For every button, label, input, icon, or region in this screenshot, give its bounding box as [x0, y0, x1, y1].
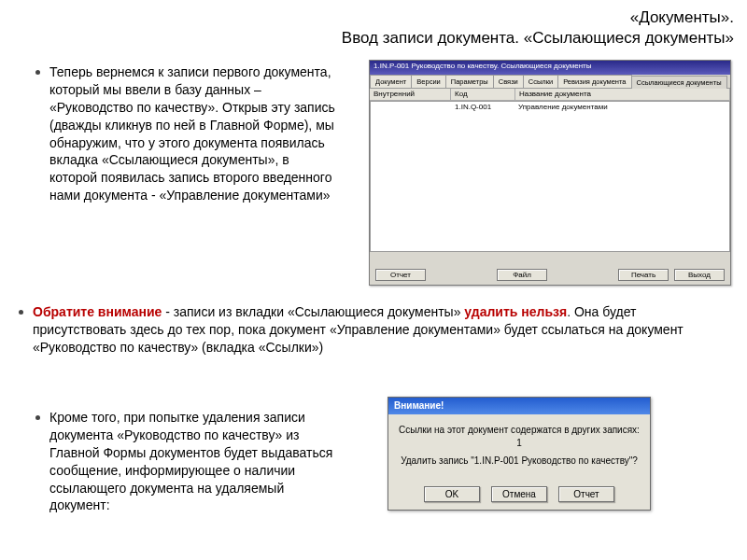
note-mid: - записи из вкладки «Ссылающиеся докумен… [162, 304, 464, 319]
tab-params[interactable]: Параметры [445, 75, 494, 88]
file-button[interactable]: Файл [497, 269, 547, 281]
note-attention: Обратите внимание [33, 304, 162, 319]
list-area[interactable]: 1.IN.Q-001 Управление документами [370, 101, 730, 252]
bullet-3: Кроме того, при попытке удаления записи … [35, 409, 344, 514]
row-name: Управление документами [514, 102, 729, 113]
tab-links[interactable]: Связи [493, 75, 524, 88]
bullet-note: Обратите внимание - записи из вкладки «С… [19, 303, 724, 357]
print-button[interactable]: Печать [618, 269, 669, 281]
bullet-1-text: Теперь вернемся к записи первого докумен… [49, 63, 339, 204]
demo-window: 1.IN.P-001 Руководство по качеству. Ссыл… [369, 60, 731, 286]
table-row[interactable]: 1.IN.Q-001 Управление документами [371, 102, 729, 113]
warning-dialog: Внимание! Ссылки на этот документ содерж… [388, 397, 651, 511]
tab-document[interactable]: Документ [370, 75, 412, 88]
dialog-body: Ссылки на этот документ содержатся в дру… [388, 414, 650, 477]
bullet-dot-icon [35, 70, 40, 75]
tab-referencing[interactable]: Ссылающиеся документы [631, 76, 727, 89]
tab-versions[interactable]: Версии [411, 75, 445, 88]
window-tabs: Документ Версии Параметры Связи Ссылки Р… [370, 75, 730, 89]
report-button[interactable]: Отчет [375, 269, 426, 281]
bullet-3-text: Кроме того, при попытке удаления записи … [49, 409, 344, 514]
col-name: Название документа [515, 89, 730, 100]
tab-refs[interactable]: Ссылки [523, 75, 558, 88]
dialog-line-1: Ссылки на этот документ содержатся в дру… [398, 424, 641, 449]
title-line-2: Ввод записи документа. «Ссылающиеся доку… [342, 28, 734, 49]
row-internal [371, 102, 451, 113]
bullet-1: Теперь вернемся к записи первого докумен… [35, 63, 339, 204]
row-code: 1.IN.Q-001 [451, 102, 514, 113]
col-internal: Внутренний [370, 89, 451, 100]
dialog-report-button[interactable]: Отчет [558, 486, 614, 502]
tab-revision[interactable]: Ревизия документа [557, 75, 631, 88]
dialog-line-2: Удалить запись "1.IN.P-001 Руководство п… [398, 455, 641, 468]
col-code: Код [451, 89, 515, 100]
list-header: Внутренний Код Название документа [370, 89, 730, 101]
note-cannot-delete: удалить нельзя [464, 304, 567, 319]
dialog-buttons: OK Отмена Отчет [388, 486, 650, 502]
bullet-dot-icon [35, 415, 40, 420]
exit-button[interactable]: Выход [674, 269, 725, 281]
window-footer: Отчет Файл Печать Выход [370, 269, 730, 281]
bullet-dot-icon [19, 310, 23, 315]
window-titlebar: 1.IN.P-001 Руководство по качеству. Ссыл… [370, 61, 730, 75]
dialog-titlebar: Внимание! [388, 398, 650, 414]
cancel-button[interactable]: Отмена [491, 486, 547, 502]
title-line-1: «Документы». [342, 7, 734, 28]
ok-button[interactable]: OK [424, 486, 480, 502]
bullet-note-text: Обратите внимание - записи из вкладки «С… [33, 303, 724, 357]
slide-title: «Документы». Ввод записи документа. «Ссы… [342, 7, 734, 49]
